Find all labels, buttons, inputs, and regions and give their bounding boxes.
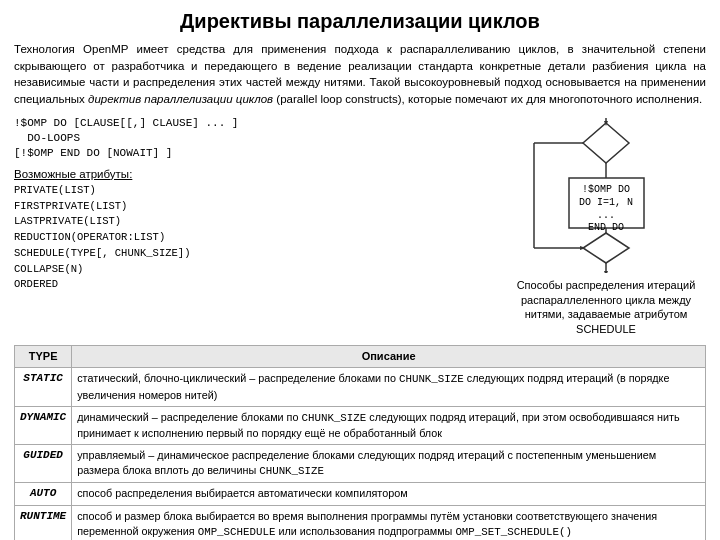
col-desc: Описание (72, 346, 706, 368)
diagram-area: !$OMP DO DO I=1, N ... END DO (511, 116, 701, 276)
table-cell-type: RUNTIME (15, 505, 72, 540)
table-cell-type: AUTO (15, 483, 72, 505)
left-column: !$OMP DO [CLAUSE[[,] CLAUSE] ... ] DO-LO… (14, 116, 496, 337)
svg-marker-0 (583, 123, 629, 163)
attrs-list: PRIVATE(LIST) FIRSTPRIVATE(LIST) LASTPRI… (14, 183, 496, 293)
svg-marker-8 (583, 233, 629, 263)
code-block: !$OMP DO [CLAUSE[[,] CLAUSE] ... ] DO-LO… (14, 116, 496, 162)
col-type: TYPE (15, 346, 72, 368)
loop-diagram: !$OMP DO DO I=1, N ... END DO (514, 118, 699, 273)
table-cell-type: GUIDED (15, 444, 72, 482)
table-cell-desc: статический, блочно-циклический – распре… (72, 368, 706, 406)
table-row: RUNTIMEспособ и размер блока выбирается … (15, 505, 706, 540)
table-row: GUIDEDуправляемый – динамическое распред… (15, 444, 706, 482)
page-title: Директивы параллелизации циклов (14, 10, 706, 33)
table-row: STATICстатический, блочно-циклический – … (15, 368, 706, 406)
table-cell-desc: управляемый – динамическое распределение… (72, 444, 706, 482)
intro-text-end: (parallel loop constructs), которые поме… (273, 93, 702, 105)
intro-italic: директив параллелизации циклов (88, 93, 273, 105)
diagram-caption: Способы распределения итераций распаралл… (506, 278, 706, 337)
table-header-row: TYPE Описание (15, 346, 706, 368)
svg-text:DO I=1, N: DO I=1, N (578, 197, 632, 208)
table-cell-desc: способ и размер блока выбирается во врем… (72, 505, 706, 540)
table-cell-desc: динамический – распределение блоками по … (72, 406, 706, 444)
table-cell-desc: способ распределения выбирается автомати… (72, 483, 706, 505)
content-area: !$OMP DO [CLAUSE[[,] CLAUSE] ... ] DO-LO… (14, 116, 706, 337)
svg-text:...: ... (596, 210, 614, 221)
table-cell-type: DYNAMIC (15, 406, 72, 444)
attrs-header: Возможные атрибуты: (14, 168, 496, 180)
table-row: DYNAMICдинамический – распределение блок… (15, 406, 706, 444)
intro-paragraph: Технология OpenMP имеет средства для при… (14, 41, 706, 108)
table-row: AUTOспособ распределения выбирается авто… (15, 483, 706, 505)
svg-marker-16 (604, 271, 608, 273)
schedule-table: TYPE Описание STATICстатический, блочно-… (14, 345, 706, 540)
svg-text:!$OMP DO: !$OMP DO (581, 184, 629, 195)
right-column: !$OMP DO DO I=1, N ... END DO (506, 116, 706, 337)
table-cell-type: STATIC (15, 368, 72, 406)
